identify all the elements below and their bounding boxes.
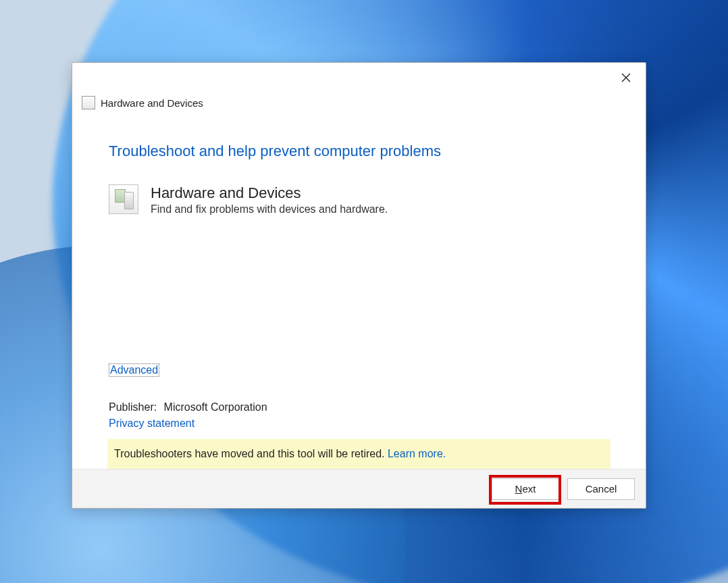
troubleshooter-item-text: Hardware and Devices Find and fix proble…: [151, 184, 388, 216]
close-icon: [621, 73, 631, 82]
hardware-devices-icon: [109, 184, 138, 214]
title-bar: [72, 63, 646, 93]
next-button-accelerator: N: [515, 483, 523, 495]
close-button[interactable]: [610, 67, 642, 88]
publisher-row: Publisher: Microsoft Corporation: [109, 401, 609, 413]
troubleshooter-item-title: Hardware and Devices: [151, 184, 388, 202]
next-button[interactable]: Next: [492, 478, 559, 500]
cancel-button[interactable]: Cancel: [567, 478, 635, 500]
troubleshooter-dialog: Hardware and Devices Troubleshoot and he…: [72, 62, 646, 509]
publisher-value: Microsoft Corporation: [164, 401, 267, 413]
dialog-title: Hardware and Devices: [101, 97, 203, 109]
page-heading: Troubleshoot and help prevent computer p…: [109, 143, 609, 160]
dialog-header: Hardware and Devices: [72, 93, 646, 113]
dialog-button-row: Next Cancel: [72, 469, 646, 508]
deprecation-notice: Troubleshooters have moved and this tool…: [107, 439, 610, 469]
content-spacer: [109, 216, 609, 363]
privacy-statement-link[interactable]: Privacy statement: [109, 417, 609, 430]
notice-text: Troubleshooters have moved and this tool…: [114, 448, 388, 459]
learn-more-link[interactable]: Learn more.: [388, 448, 446, 459]
next-button-label-rest: ext: [522, 483, 536, 495]
troubleshooter-icon: [82, 96, 95, 109]
advanced-link[interactable]: Advanced: [109, 363, 159, 377]
troubleshooter-item-subtitle: Find and fix problems with devices and h…: [151, 203, 388, 216]
dialog-content: Troubleshoot and help prevent computer p…: [72, 113, 646, 469]
publisher-label: Publisher:: [109, 401, 157, 413]
troubleshooter-item: Hardware and Devices Find and fix proble…: [109, 184, 609, 216]
